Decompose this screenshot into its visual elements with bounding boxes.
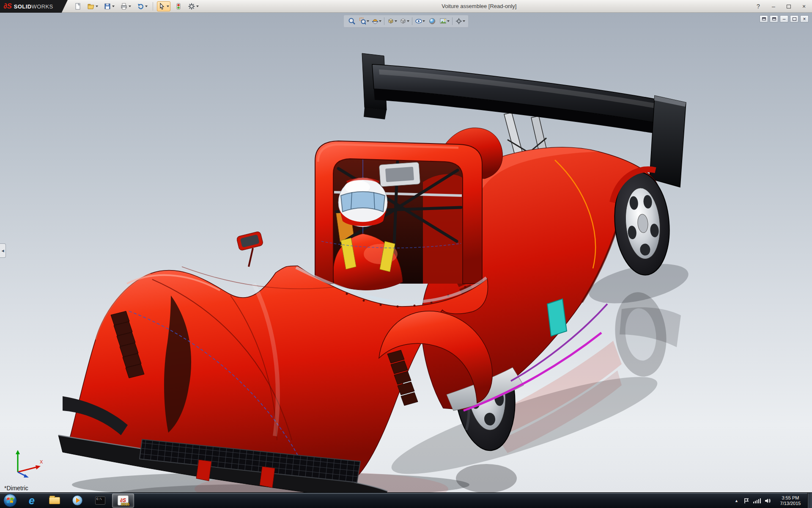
scene-icon	[439, 17, 446, 25]
hide-show-dropdown-arrow	[422, 20, 425, 22]
zoom-to-area-icon	[359, 17, 366, 25]
brand-works: WORKS	[31, 3, 53, 10]
window-title: Voiture assemblee [Read-only]	[442, 0, 516, 13]
windows-taskbar: e C:\ ∂S 2015 ▲	[0, 492, 812, 508]
solidworks-year-badge: 2015	[121, 502, 129, 506]
start-orb-icon	[3, 493, 17, 508]
save-button[interactable]	[102, 1, 116, 11]
action-center-flag-icon[interactable]	[743, 498, 749, 504]
view-orientation-cube-icon	[387, 17, 394, 25]
taskbar-solidworks[interactable]: ∂S 2015	[112, 494, 134, 508]
open-dropdown-arrow	[96, 6, 98, 7]
scene-dropdown-arrow	[447, 20, 450, 22]
tray-expand-button[interactable]: ▲	[734, 499, 740, 503]
options-button[interactable]	[187, 1, 200, 11]
system-tray: ▲ 3:55 PM 7/13/2015	[734, 493, 807, 508]
window-controls: ? – ×	[753, 0, 809, 13]
open-button[interactable]	[86, 1, 99, 11]
doc-restore-button[interactable]	[790, 15, 798, 22]
standard-toolbar	[73, 0, 200, 13]
command-prompt-icon: C:\	[95, 497, 105, 505]
network-icon[interactable]	[753, 498, 761, 503]
titlebar: ∂S SOLID WORKS	[0, 0, 812, 13]
model-canvas[interactable]	[0, 13, 812, 492]
apply-scene-button[interactable]	[439, 16, 450, 26]
collapse-arrow-icon: ◀	[1, 249, 4, 253]
select-cursor-icon	[158, 3, 166, 10]
edit-appearance-button[interactable]	[427, 16, 438, 26]
appearance-ball-icon	[428, 17, 436, 25]
zoom-dropdown-arrow	[367, 20, 369, 22]
taskbar-clock[interactable]: 3:55 PM 7/13/2015	[775, 495, 806, 506]
clock-time: 3:55 PM	[775, 495, 806, 501]
taskbar-windows-explorer[interactable]	[44, 494, 66, 508]
section-view-icon	[371, 17, 378, 25]
print-button[interactable]	[119, 1, 132, 11]
view-settings-button[interactable]	[455, 16, 466, 26]
close-button[interactable]: ×	[798, 2, 809, 11]
zoom-to-fit-icon	[348, 17, 356, 25]
internet-explorer-icon: e	[29, 495, 35, 506]
open-icon	[87, 3, 95, 10]
options-gear-icon	[188, 3, 195, 10]
taskbar-internet-explorer[interactable]: e	[21, 494, 43, 508]
cascade-window-icon	[772, 17, 776, 20]
volume-icon[interactable]	[765, 498, 771, 504]
select-button[interactable]	[157, 1, 170, 11]
display-style-cube-icon	[399, 17, 406, 25]
restore-icon	[793, 17, 796, 21]
zoom-to-fit-button[interactable]	[346, 16, 357, 26]
view-settings-gear-icon	[455, 17, 462, 25]
undo-button[interactable]	[135, 1, 149, 11]
new-document-icon	[74, 3, 82, 10]
hide-show-items-button[interactable]	[414, 16, 425, 26]
clock-date: 7/13/2015	[775, 501, 806, 506]
taskbar-media-player[interactable]	[66, 494, 88, 508]
rebuild-button[interactable]	[173, 1, 184, 11]
document-window-controls: – ×	[760, 15, 809, 22]
toolbar-separator	[153, 2, 153, 11]
select-dropdown-arrow	[167, 6, 169, 7]
new-document-button[interactable]	[73, 1, 83, 11]
save-dropdown-arrow	[112, 6, 115, 7]
print-icon	[120, 3, 128, 10]
view-orientation-label: *Dimetric	[4, 485, 28, 491]
display-style-button[interactable]	[399, 16, 410, 26]
show-desktop-button[interactable]	[807, 493, 812, 508]
orientation-triad[interactable]: X	[11, 448, 45, 478]
undo-dropdown-arrow	[145, 6, 148, 7]
minimize-button[interactable]: –	[768, 2, 779, 11]
viewport-3d[interactable]: – × ◀ X *Dimetric	[0, 13, 812, 492]
feature-manager-collapsed-tab[interactable]: ◀	[0, 243, 6, 258]
eye-icon	[415, 17, 422, 25]
start-button[interactable]	[0, 493, 20, 508]
section-view-button[interactable]	[371, 16, 382, 26]
triad-x-label: X	[40, 459, 43, 464]
media-player-icon	[72, 495, 82, 505]
maximize-icon	[787, 5, 791, 8]
headsup-separator	[412, 17, 412, 25]
maximize-button[interactable]	[783, 2, 794, 11]
doc-tile-button[interactable]	[760, 15, 768, 22]
view-orientation-button[interactable]	[387, 16, 398, 26]
doc-minimize-button[interactable]: –	[780, 15, 788, 22]
view-settings-dropdown-arrow	[463, 20, 465, 22]
undo-icon	[137, 3, 144, 10]
tile-window-icon	[762, 17, 766, 20]
solidworks-window: ∂S SOLID WORKS	[0, 0, 812, 508]
dassault-mark-icon: ∂S	[3, 2, 12, 11]
taskbar-command-prompt[interactable]: C:\	[89, 494, 111, 508]
headsup-separator	[384, 17, 384, 25]
display-style-dropdown-arrow	[407, 20, 409, 22]
brand-solid: SOLID	[14, 3, 32, 10]
headsup-view-toolbar	[343, 15, 469, 28]
headsup-separator	[452, 17, 453, 25]
doc-close-button[interactable]: ×	[800, 15, 809, 22]
zoom-to-area-button[interactable]	[359, 16, 370, 26]
help-button[interactable]: ?	[753, 2, 764, 11]
doc-cascade-button[interactable]	[770, 15, 778, 22]
save-icon	[104, 3, 111, 10]
rebuild-icon	[175, 3, 182, 10]
solidworks-app-icon: ∂S 2015	[118, 495, 129, 505]
print-dropdown-arrow	[129, 6, 131, 7]
